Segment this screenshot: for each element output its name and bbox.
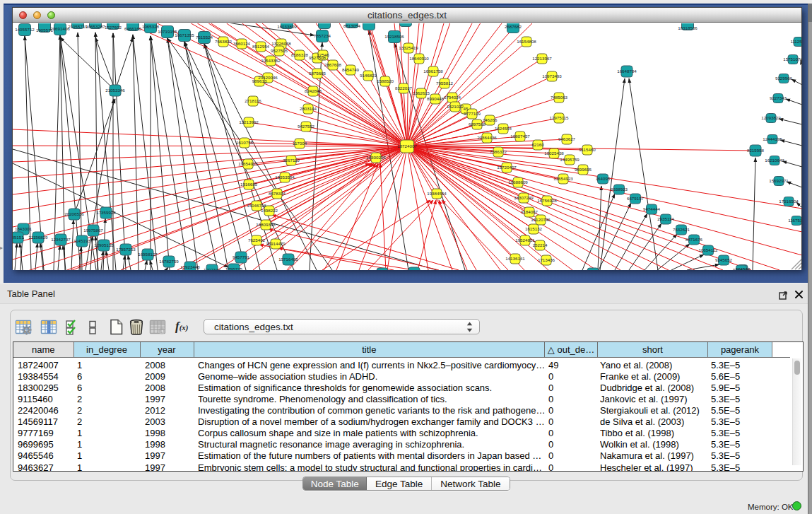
svg-text:1112541: 1112541	[790, 39, 801, 44]
svg-text:13654923: 13654923	[553, 176, 573, 181]
svg-text:10025438: 10025438	[544, 151, 564, 156]
svg-text:1795725: 1795725	[225, 267, 243, 270]
svg-text:7515524: 7515524	[196, 35, 213, 40]
svg-text:8454749: 8454749	[342, 67, 360, 72]
svg-text:5875685: 5875685	[309, 71, 326, 76]
svg-text:15751074: 15751074	[783, 57, 801, 62]
svg-text:8912954: 8912954	[252, 44, 270, 49]
svg-text:1498222: 1498222	[261, 208, 278, 213]
svg-text:8322037: 8322037	[395, 86, 413, 90]
svg-text:16782759: 16782759	[159, 259, 179, 264]
svg-text:1843001: 1843001	[15, 226, 33, 231]
svg-text:1610755: 1610755	[236, 140, 254, 145]
svg-text:6794024: 6794024	[444, 95, 461, 100]
svg-text:1065328: 1065328	[142, 24, 160, 29]
svg-text:18318506: 18318506	[678, 25, 698, 30]
svg-text:15720407: 15720407	[497, 165, 517, 170]
svg-text:9777109: 9777109	[464, 111, 481, 116]
svg-text:8678334: 8678334	[269, 191, 286, 196]
svg-text:12546: 12546	[317, 52, 329, 57]
svg-text:2867608: 2867608	[324, 62, 342, 67]
svg-text:21055719: 21055719	[68, 24, 88, 29]
svg-text:16809348: 16809348	[256, 222, 276, 227]
svg-text:19353594: 19353594	[275, 175, 295, 180]
svg-text:9329966: 9329966	[775, 76, 793, 81]
svg-text:12905135: 12905135	[94, 243, 114, 247]
svg-text:8990448: 8990448	[427, 96, 445, 101]
svg-text:16154808: 16154808	[517, 39, 536, 44]
svg-text:10543362: 10543362	[261, 58, 281, 63]
svg-text:10688609: 10688609	[508, 180, 528, 185]
svg-text:39151: 39151	[13, 235, 24, 240]
svg-text:7625402: 7625402	[248, 238, 266, 243]
svg-text:7386372: 7386372	[490, 149, 507, 154]
svg-text:1527602: 1527602	[105, 25, 122, 30]
svg-text:10654112: 10654112	[698, 247, 718, 252]
svg-text:13325419: 13325419	[399, 45, 418, 50]
svg-text:9527505: 9527505	[271, 48, 288, 53]
svg-text:21053346: 21053346	[105, 88, 125, 93]
svg-text:2718116: 2718116	[245, 98, 261, 103]
svg-text:164095: 164095	[596, 176, 611, 181]
svg-text:8471676: 8471676	[686, 237, 703, 242]
svg-text:15716485: 15716485	[278, 257, 298, 262]
svg-text:12923448: 12923448	[180, 264, 200, 269]
svg-text:1588520: 1588520	[377, 78, 394, 83]
svg-text:2803144: 2803144	[300, 106, 317, 111]
svg-text:16033809: 16033809	[277, 24, 297, 29]
svg-text:12213967: 12213967	[532, 56, 552, 61]
svg-text:16671355: 16671355	[175, 33, 194, 37]
svg-text:62160: 62160	[531, 142, 544, 147]
svg-text:12342737: 12342737	[51, 237, 71, 242]
svg-text:17957253: 17957253	[116, 247, 136, 252]
svg-text:2935114: 2935114	[657, 216, 674, 221]
svg-text:18724007: 18724007	[397, 144, 417, 148]
svg-text:20364436: 20364436	[477, 135, 497, 140]
svg-text:7857234: 7857234	[314, 33, 331, 38]
svg-text:8242848: 8242848	[305, 88, 322, 93]
svg-text:8813054: 8813054	[343, 23, 361, 28]
svg-text:1615132: 1615132	[525, 226, 543, 231]
svg-text:2687682: 2687682	[505, 24, 522, 29]
svg-text:14495759: 14495759	[560, 157, 579, 162]
svg-text:20691406: 20691406	[50, 26, 70, 31]
svg-text:1713436: 1713436	[538, 257, 555, 262]
svg-text:7955812: 7955812	[436, 81, 454, 86]
svg-text:9245652: 9245652	[715, 257, 733, 262]
svg-text:1167533: 1167533	[788, 218, 801, 223]
svg-text:19218506: 19218506	[384, 34, 404, 39]
svg-text:1624554: 1624554	[495, 126, 512, 131]
svg-text:18300295: 18300295	[366, 155, 386, 160]
svg-text:10807457: 10807457	[510, 134, 530, 139]
svg-text:1362615: 1362615	[413, 90, 430, 95]
svg-text:19524851: 19524851	[515, 238, 535, 243]
svg-text:9474444: 9474444	[643, 206, 661, 211]
svg-text:6679197: 6679197	[627, 196, 645, 201]
svg-text:18640910: 18640910	[409, 56, 429, 61]
svg-text:8186328: 8186328	[291, 52, 309, 57]
svg-text:1916685: 1916685	[240, 182, 258, 187]
svg-text:20206536: 20206536	[64, 211, 84, 216]
svg-text:117004: 117004	[293, 141, 307, 146]
svg-text:14136141: 14136141	[505, 256, 525, 261]
svg-text:17359924: 17359924	[96, 210, 116, 215]
svg-text:7663822: 7663822	[215, 39, 233, 44]
svg-text:12975115: 12975115	[549, 115, 569, 120]
svg-text:19384554: 19384554	[427, 191, 447, 196]
svg-text:19975867: 19975867	[83, 228, 103, 233]
svg-text:16756928: 16756928	[537, 198, 557, 203]
svg-text:6897568: 6897568	[469, 122, 486, 127]
svg-text:45: 45	[464, 106, 469, 111]
svg-text:1145193: 1145193	[73, 238, 90, 243]
svg-text:9699695: 9699695	[575, 167, 592, 172]
svg-text:21156829: 21156829	[28, 235, 48, 240]
svg-text:15692971: 15692971	[769, 178, 789, 183]
svg-text:15046718: 15046718	[247, 203, 266, 208]
svg-text:10653287: 10653287	[86, 24, 105, 29]
svg-text:13226058: 13226058	[271, 41, 291, 46]
svg-text:16120746: 16120746	[531, 217, 551, 222]
svg-text:3660124: 3660124	[233, 41, 251, 46]
svg-text:19654925: 19654925	[238, 161, 258, 166]
svg-text:7632621: 7632621	[673, 227, 690, 232]
svg-text:10973493: 10973493	[542, 74, 562, 78]
